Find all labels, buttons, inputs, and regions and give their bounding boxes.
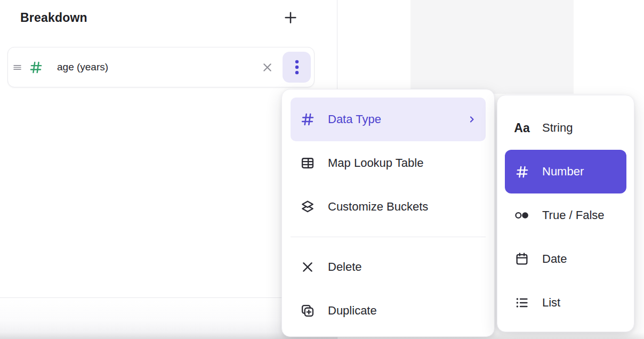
- hash-icon: [514, 164, 529, 179]
- menu-item-customize-buckets[interactable]: Customize Buckets: [291, 185, 486, 229]
- menu-item-label: True / False: [542, 208, 605, 222]
- menu-item-label: Delete: [328, 260, 362, 274]
- menu-item-label: Customize Buckets: [328, 200, 428, 214]
- breakdown-field-card[interactable]: age (years): [7, 47, 315, 87]
- submenu-item-date[interactable]: Date: [505, 237, 626, 281]
- drag-handle-icon[interactable]: [13, 63, 22, 72]
- canvas-placeholder: [410, 0, 574, 94]
- menu-item-label: Duplicate: [328, 304, 377, 318]
- plus-icon: [283, 10, 299, 26]
- submenu-item-number[interactable]: Number: [505, 150, 626, 193]
- submenu-item-string[interactable]: Aa String: [505, 106, 626, 150]
- hash-icon: [300, 112, 315, 127]
- data-type-submenu: Aa String Number True / False: [497, 95, 634, 332]
- field-name-label: age (years): [57, 61, 108, 73]
- add-breakdown-button[interactable]: [281, 9, 300, 27]
- chevron-right-icon: [466, 114, 477, 125]
- submenu-item-list[interactable]: List: [505, 281, 626, 325]
- close-icon: [261, 61, 273, 74]
- remove-field-button[interactable]: [257, 57, 277, 77]
- app-canvas: Breakdown age (years): [0, 0, 644, 339]
- boolean-circles-icon: [514, 208, 529, 223]
- submenu-item-true-false[interactable]: True / False: [505, 193, 626, 237]
- dots-vertical-icon: [289, 58, 304, 76]
- stack-icon: [300, 199, 315, 214]
- menu-item-label: Map Lookup Table: [328, 156, 423, 170]
- menu-item-label: String: [542, 121, 573, 135]
- menu-item-duplicate[interactable]: Duplicate: [291, 289, 486, 333]
- page-title: Breakdown: [20, 11, 87, 25]
- table-icon: [300, 156, 315, 171]
- menu-item-map-lookup-table[interactable]: Map Lookup Table: [291, 141, 486, 185]
- menu-item-data-type[interactable]: Data Type: [291, 98, 486, 141]
- field-options-button[interactable]: [283, 52, 311, 83]
- menu-item-label: Date: [542, 252, 567, 266]
- breakdown-header: Breakdown: [20, 7, 300, 28]
- field-options-menu: Data Type Map Lookup Table: [281, 89, 495, 337]
- text-icon: Aa: [514, 120, 529, 135]
- list-icon: [514, 295, 529, 310]
- menu-item-label: Number: [542, 165, 584, 179]
- duplicate-icon: [300, 303, 315, 318]
- menu-divider: [291, 237, 486, 237]
- hash-icon: [29, 60, 43, 75]
- x-icon: [300, 260, 315, 275]
- menu-item-label: List: [542, 296, 560, 310]
- menu-item-label: Data Type: [328, 112, 381, 126]
- menu-item-delete[interactable]: Delete: [291, 245, 486, 289]
- calendar-icon: [514, 252, 529, 267]
